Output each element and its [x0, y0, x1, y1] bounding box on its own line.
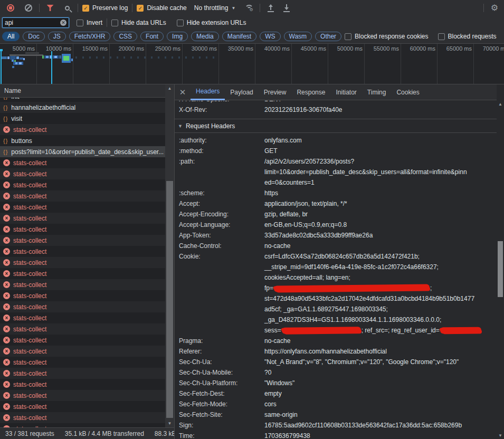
request-row-stats-collect[interactable]: ×stats-collect	[0, 301, 165, 312]
waterfall-tick	[103, 56, 104, 59]
scroll-down-icon[interactable]: ▼	[165, 421, 174, 426]
request-row-stats-collect[interactable]: ×stats-collect	[0, 157, 165, 168]
request-row-stats-collect[interactable]: ×stats-collect	[0, 412, 165, 423]
waterfall-tick	[192, 56, 194, 59]
fetch-xhr-icon: {}	[3, 149, 8, 155]
tab-initiator[interactable]: Initiator	[330, 84, 362, 100]
tab-timing[interactable]: Timing	[362, 84, 392, 100]
request-row-stats-collect[interactable]: ×stats-collect	[0, 257, 165, 268]
type-pill-js[interactable]: JS	[48, 32, 66, 41]
request-row-stats-collect[interactable]: ×stats-collect	[0, 290, 165, 301]
filter-input-value: api	[5, 19, 60, 26]
request-name: stats-collect	[13, 348, 46, 355]
request-row-stats-collect[interactable]: ×stats-collect	[0, 246, 165, 257]
header-value: en-GB,en-US;q=0.9,en;q=0.8	[264, 219, 497, 230]
request-row-stats-collect[interactable]: ×stats-collect	[0, 379, 165, 390]
import-har-icon[interactable]	[264, 2, 277, 14]
waterfall-tick	[206, 56, 207, 59]
filter-checkbox-1[interactable]: Blocked requests	[438, 33, 497, 40]
type-pill-img[interactable]: Img	[167, 32, 188, 41]
devtools-network-panel: ✓ Preserve log ✓ Disable cache No thrott…	[0, 0, 504, 439]
invert-checkbox[interactable]: Invert	[77, 19, 102, 26]
name-column-header[interactable]: Name	[0, 84, 165, 98]
request-name: stats-collect	[13, 159, 46, 167]
error-icon: ×	[3, 259, 10, 266]
request-row-stats-collect[interactable]: ×stats-collect	[0, 323, 165, 335]
scrollbar-thumb[interactable]	[498, 241, 503, 297]
scroll-up-icon[interactable]: ▲	[497, 102, 504, 107]
filter-input[interactable]: api ✕	[2, 17, 69, 28]
request-row-stats-collect[interactable]: ×stats-collect	[0, 312, 165, 323]
request-row-stats-collect[interactable]: ×stats-collect	[0, 346, 165, 357]
network-overview-waterfall[interactable]: 5000 ms10000 ms15000 ms20000 ms25000 ms3…	[0, 44, 504, 84]
settings-gear-icon[interactable]: ⚙	[488, 2, 501, 14]
type-pill-media[interactable]: Media	[191, 32, 219, 41]
type-pill-ws[interactable]: WS	[260, 32, 280, 41]
request-row-stats-collect[interactable]: ×stats-collect	[0, 202, 165, 213]
request-row-stats-collect[interactable]: ×stats-collect	[0, 235, 165, 246]
network-conditions-icon[interactable]: ⚙	[243, 2, 255, 14]
type-pill-other[interactable]: Other	[315, 32, 341, 41]
timeline-label: 70000 ms	[473, 45, 504, 52]
request-row-stats-collect[interactable]: ×stats-collect	[0, 224, 165, 235]
request-row-stats-collect[interactable]: ×stats-collect	[0, 357, 165, 368]
request-row-stats-collect[interactable]: ×stats-collect	[0, 335, 165, 346]
tab-preview[interactable]: Preview	[259, 84, 292, 100]
request-row-stats-collect[interactable]: ×stats-collect	[0, 423, 165, 427]
filter-icon[interactable]	[44, 2, 56, 14]
request-row-buttons[interactable]: {}buttons	[0, 135, 165, 146]
search-icon[interactable]	[61, 2, 73, 14]
error-icon: ×	[3, 270, 10, 277]
type-pill-doc[interactable]: Doc	[23, 32, 44, 41]
clear-filter-icon[interactable]: ✕	[60, 20, 66, 26]
type-pill-all[interactable]: All	[2, 32, 20, 41]
request-row-stats-collect[interactable]: ×stats-collect	[0, 124, 165, 135]
request-row-stats-collect[interactable]: ×stats-collect	[0, 268, 165, 279]
triangle-down-icon: ▼	[178, 123, 183, 129]
preserve-log-checkbox[interactable]: ✓ Preserve log	[82, 4, 128, 12]
scroll-up-icon[interactable]: ▲	[165, 86, 174, 91]
request-row-stats-collect[interactable]: ×stats-collect	[0, 390, 165, 401]
request-row-hannahelizabethoffic[interactable]: {}hannahelizabethofficial	[0, 102, 165, 113]
tab-headers[interactable]: Headers	[191, 84, 225, 100]
request-row-stats-collect[interactable]: ×stats-collect	[0, 190, 165, 202]
header-row: Sec-Ch-Ua:"Not_A Brand";v="8", "Chromium…	[175, 357, 497, 367]
request-row-stats-collect[interactable]: ×stats-collect	[0, 368, 165, 379]
scrollbar-thumb[interactable]	[166, 181, 173, 418]
header-value-line: st=472d48a90d5433bfc2a2d17042e4dfdcafd31…	[264, 293, 497, 304]
type-pill-wasm[interactable]: Wasm	[284, 32, 312, 41]
request-row-visit[interactable]: {}visit	[0, 113, 165, 124]
fetch-xhr-icon: {}	[3, 104, 8, 111]
disable-cache-checkbox[interactable]: ✓ Disable cache	[137, 4, 186, 12]
request-row-stats-collect[interactable]: ×stats-collect	[0, 168, 165, 179]
request-name: init	[11, 98, 19, 100]
scroll-down-icon[interactable]: ▼	[497, 433, 504, 438]
type-pill-fetch-xhr[interactable]: Fetch/XHR	[69, 32, 111, 41]
details-scrollbar[interactable]: ▲ ▼	[497, 84, 504, 439]
error-icon: ×	[3, 204, 10, 211]
request-row-stats-collect[interactable]: ×stats-collect	[0, 179, 165, 190]
record-button[interactable]	[4, 2, 17, 14]
request-list-scrollbar[interactable]: ▲ ▼	[165, 84, 174, 427]
filter-checkbox-0[interactable]: Blocked response cookies	[345, 33, 428, 40]
request-headers-section[interactable]: ▼ Request Headers	[175, 119, 497, 132]
close-icon[interactable]: ✕	[175, 88, 191, 97]
type-pill-font[interactable]: Font	[140, 32, 164, 41]
export-har-icon[interactable]	[280, 2, 293, 14]
throttling-select[interactable]: No throttling ▼	[194, 4, 236, 12]
request-row-stats-collect[interactable]: ×stats-collect	[0, 213, 165, 224]
tab-response[interactable]: Response	[291, 84, 330, 100]
request-row-stats-collect[interactable]: ×stats-collect	[0, 401, 165, 412]
hide-data-urls-checkbox[interactable]: Hide data URLs	[111, 19, 166, 26]
tab-payload[interactable]: Payload	[225, 84, 258, 100]
header-row: App-Token:33d57ade8c02dbc5a333db99ff9ae2…	[175, 230, 497, 241]
tab-cookies[interactable]: Cookies	[391, 84, 424, 100]
request-row-stats-collect[interactable]: ×stats-collect	[0, 279, 165, 290]
request-row-posts?limit=10&order[interactable]: {}posts?limit=10&order=publish_date_desc…	[0, 146, 165, 157]
clear-icon[interactable]	[22, 2, 35, 14]
type-pill-css[interactable]: CSS	[113, 32, 137, 41]
request-row-init[interactable]: {}init	[0, 98, 165, 102]
type-pill-manifest[interactable]: Manifest	[222, 32, 256, 41]
hide-extension-urls-checkbox[interactable]: Hide extension URLs	[177, 19, 246, 26]
header-value-line: limit=10&order=publish_date_desc&skip_us…	[264, 167, 497, 177]
